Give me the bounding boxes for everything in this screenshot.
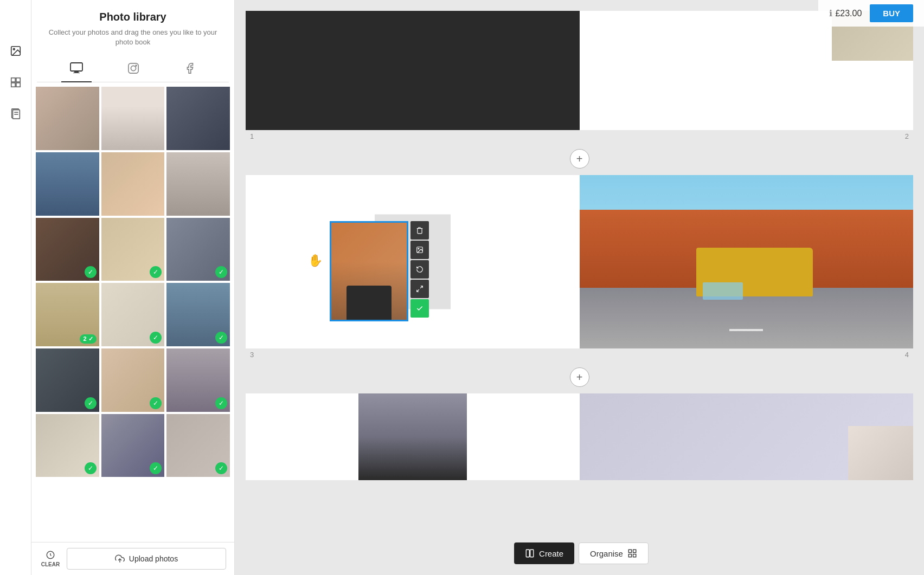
add-page-area: + <box>235 143 924 175</box>
sidebar-subtitle: Collect your photos and drag the ones yo… <box>42 28 223 47</box>
list-item[interactable]: 2 ✓ <box>36 283 99 346</box>
svg-rect-24 <box>633 550 636 552</box>
svg-rect-3 <box>16 78 20 82</box>
photo-check-badge: ✓ <box>85 462 97 474</box>
photo-check-badge: ✓ <box>85 266 97 278</box>
pages-icon[interactable] <box>8 106 23 121</box>
svg-rect-22 <box>530 550 534 557</box>
svg-rect-23 <box>628 550 631 552</box>
list-item[interactable]: ✓ <box>36 218 99 281</box>
list-item[interactable]: ✓ <box>101 348 165 412</box>
list-item[interactable]: ✓ <box>36 414 99 477</box>
icon-bar <box>0 0 31 575</box>
list-item[interactable]: ✓ <box>36 348 99 412</box>
list-item[interactable]: ✓ <box>166 348 230 412</box>
list-item[interactable] <box>36 152 99 216</box>
photo-check-badge: ✓ <box>150 462 162 474</box>
photo-check-badge: ✓ <box>215 266 227 278</box>
photo-check-badge: ✓ <box>215 397 227 409</box>
svg-rect-10 <box>70 63 82 71</box>
list-item[interactable] <box>166 87 230 150</box>
create-button[interactable]: Create <box>514 542 574 564</box>
list-item[interactable] <box>166 152 230 216</box>
info-icon[interactable]: ℹ <box>829 8 832 18</box>
svg-rect-5 <box>16 83 20 87</box>
add-page-button-2[interactable]: + <box>570 367 589 387</box>
tab-computer[interactable] <box>61 58 92 82</box>
photos-icon[interactable] <box>8 43 23 59</box>
tab-instagram[interactable] <box>119 58 148 82</box>
svg-point-18 <box>418 248 419 249</box>
list-item[interactable]: ✓ <box>166 283 230 346</box>
create-label: Create <box>539 549 563 558</box>
list-item[interactable]: ✓ <box>101 414 165 477</box>
page-numbers-1-2: 1 2 <box>246 130 913 143</box>
svg-point-14 <box>131 66 136 71</box>
list-item[interactable]: ✓ <box>101 218 165 281</box>
tab-facebook[interactable] <box>175 58 204 82</box>
resize-button[interactable] <box>410 280 429 298</box>
svg-rect-13 <box>129 63 138 73</box>
photo-check-badge: ✓ <box>85 397 97 409</box>
svg-rect-2 <box>11 78 15 82</box>
add-page-button[interactable]: + <box>570 149 589 169</box>
organise-button[interactable]: Organise <box>579 542 649 564</box>
buy-button[interactable]: BUY <box>870 4 913 22</box>
sidebar-footer: CLEAR Upload photos <box>31 542 234 575</box>
svg-rect-21 <box>526 550 529 557</box>
svg-line-20 <box>417 289 419 292</box>
svg-line-19 <box>420 286 422 288</box>
list-item[interactable] <box>101 87 165 150</box>
photo-check-badge: ✓ <box>150 397 162 409</box>
list-item[interactable]: ✓ <box>101 283 165 346</box>
list-item[interactable] <box>101 152 165 216</box>
rotate-button[interactable] <box>410 260 429 279</box>
photo-grid: ✓ ✓ ✓ 2 ✓ ✓ ✓ ✓ ✓ ✓ ✓ <box>31 82 234 542</box>
list-item[interactable]: ✓ <box>166 218 230 281</box>
delete-photo-button[interactable] <box>410 221 429 240</box>
photo-library-sidebar: Photo library Collect your photos and dr… <box>31 0 235 575</box>
confirm-button[interactable] <box>410 299 429 318</box>
clear-button[interactable]: CLEAR <box>40 550 61 567</box>
sidebar-header: Photo library Collect your photos and dr… <box>31 0 234 53</box>
layouts-icon[interactable] <box>8 75 23 90</box>
photo-check-badge: ✓ <box>215 462 227 474</box>
svg-point-15 <box>136 65 137 66</box>
svg-rect-4 <box>11 83 15 87</box>
list-item[interactable] <box>36 87 99 150</box>
page-numbers-3-4: 3 4 <box>246 348 913 361</box>
image-settings-button[interactable] <box>410 241 429 259</box>
main-content: ℹ £23.00 BUY 1 2 + <box>235 0 924 575</box>
photo-check-badge: ✓ <box>150 266 162 278</box>
price-display: £23.00 <box>835 9 862 18</box>
photo-check-badge: ✓ <box>150 332 162 344</box>
organise-label: Organise <box>590 549 623 558</box>
photo-check-badge: ✓ <box>215 332 227 344</box>
svg-rect-25 <box>628 554 631 557</box>
upload-photos-button[interactable]: Upload photos <box>67 548 226 570</box>
add-page-area-2: + <box>235 361 924 393</box>
sidebar-title: Photo library <box>42 11 223 23</box>
svg-point-1 <box>13 48 15 50</box>
photo-count-badge: 2 ✓ <box>80 334 96 344</box>
list-item[interactable]: ✓ <box>166 414 230 477</box>
svg-rect-26 <box>633 554 636 557</box>
upload-label: Upload photos <box>129 554 178 563</box>
top-bar: ℹ £23.00 BUY <box>818 0 924 27</box>
price-info: ℹ £23.00 <box>829 8 862 18</box>
source-tabs <box>37 53 229 82</box>
